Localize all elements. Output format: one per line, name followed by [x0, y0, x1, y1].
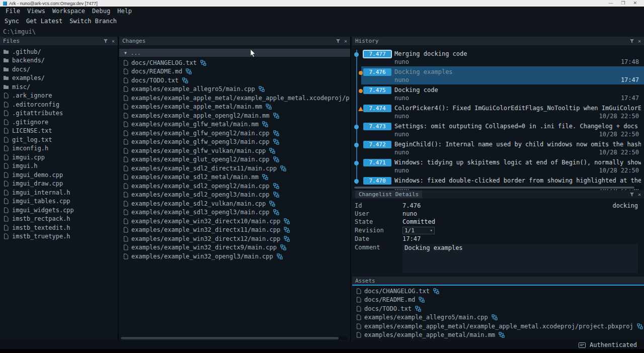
- asset-row[interactable]: examples/example_apple_metal/main.mm: [352, 331, 644, 340]
- changeset-row[interactable]: 7.472 BeginChild(): Internal name used b…: [352, 139, 644, 157]
- file-tree-item[interactable]: .gitattributes: [0, 109, 118, 118]
- changeset-time: 10/28 22:50: [599, 167, 641, 174]
- scrollbar-thumb[interactable]: [121, 337, 339, 339]
- changed-file-row[interactable]: examples/example_apple_opengl2/main.mm: [119, 111, 350, 120]
- menu-item[interactable]: Views: [24, 8, 49, 15]
- filter-icon[interactable]: [629, 192, 634, 197]
- changed-file-row[interactable]: examples/example_sdl2_opengl2/main.cpp: [119, 182, 350, 191]
- menu-item[interactable]: Help: [114, 8, 135, 15]
- file-tree-item[interactable]: imstb_rectpack.h: [0, 215, 118, 224]
- changed-file-row[interactable]: examples/example_apple_metal/main.mm: [119, 103, 350, 112]
- file-tree-item[interactable]: imgui.cpp: [0, 153, 118, 162]
- changed-file-row[interactable]: examples/example_win32_directx12/main.cp…: [119, 234, 350, 243]
- asset-row[interactable]: examples/example_allegro5/main.cpp: [352, 313, 644, 322]
- document-icon: [3, 128, 9, 134]
- changeset-badge: 7.474: [363, 105, 391, 112]
- folder-icon: [3, 49, 9, 55]
- file-tree-item[interactable]: .github/: [0, 47, 118, 56]
- file-tree-item[interactable]: LICENSE.txt: [0, 127, 118, 136]
- changed-file-row[interactable]: examples/example_allegro5/main.cpp: [119, 85, 350, 94]
- changed-file-row[interactable]: examples/example_glfw_metal/main.mm: [119, 120, 350, 129]
- file-tree-item[interactable]: git_log.txt: [0, 135, 118, 144]
- maximize-button[interactable]: ❐: [621, 0, 625, 7]
- changed-file-row[interactable]: examples/example_apple_metal/example_app…: [119, 94, 350, 103]
- filter-icon[interactable]: [629, 39, 634, 44]
- close-icon[interactable]: ✕: [344, 39, 347, 44]
- changed-file-row[interactable]: docs/README.md: [119, 67, 350, 76]
- changes-root-row[interactable]: ▼ ...: [119, 49, 350, 57]
- document-icon: [3, 145, 9, 151]
- changed-file-row[interactable]: examples/example_win32_directx10/main.cp…: [119, 217, 350, 226]
- close-icon[interactable]: ✕: [112, 39, 115, 44]
- file-tree-item[interactable]: .ark_ignore: [0, 92, 118, 101]
- menu-item[interactable]: Workspace: [49, 8, 89, 15]
- changeset-badge: 7.471: [363, 159, 391, 166]
- document-icon: [3, 163, 9, 169]
- changed-file-row[interactable]: examples/example_win32_opengl3/main.cpp: [119, 252, 350, 261]
- document-icon: [123, 77, 129, 83]
- asset-row[interactable]: docs/TODO.txt: [352, 304, 644, 313]
- file-tree-item[interactable]: examples/: [0, 74, 118, 83]
- folder-icon: [3, 57, 9, 63]
- changeset-row[interactable]: 7.474 ColorPicker4(): Fixed ImGuiColorEd…: [352, 103, 644, 121]
- changed-file-row[interactable]: examples/example_glut_opengl2/main.cpp: [119, 155, 350, 164]
- changed-file-row[interactable]: examples/example_glfw_vulkan/main.cpp: [119, 146, 350, 155]
- asset-row[interactable]: examples/example_apple_metal/example_app…: [352, 322, 644, 331]
- changed-file-row[interactable]: examples/example_win32_directx11/main.cp…: [119, 226, 350, 235]
- changeset-author: nuno: [394, 131, 599, 138]
- file-tree-item[interactable]: docs/: [0, 65, 118, 74]
- filter-icon[interactable]: [336, 39, 341, 44]
- changeset-row[interactable]: 7.473 Settings: omit outputing Collapsed…: [352, 121, 644, 139]
- close-icon[interactable]: ✕: [638, 39, 641, 44]
- file-tree-item[interactable]: .gitignore: [0, 118, 118, 127]
- asset-row[interactable]: docs/CHANGELOG.txt: [352, 287, 644, 296]
- toolbar-button[interactable]: Switch Branch: [66, 18, 120, 25]
- file-tree-item[interactable]: imstb_textedit.h: [0, 223, 118, 232]
- changed-file-row[interactable]: docs/CHANGELOG.txt: [119, 58, 350, 67]
- menu-item[interactable]: File: [2, 8, 24, 15]
- changeset-row[interactable]: 7.476 Docking examples nuno 17:47: [352, 66, 644, 84]
- horizontal-scrollbar[interactable]: [354, 186, 642, 189]
- changed-file-row[interactable]: examples/example_sdl2_vulkan/main.cpp: [119, 199, 350, 208]
- file-tree-item[interactable]: .editorconfig: [0, 100, 118, 109]
- revision-dropdown[interactable]: 1/1 ▾: [403, 227, 435, 234]
- changed-file-name: examples/example_glut_opengl2/main.cpp: [131, 156, 270, 163]
- document-icon: [123, 218, 129, 224]
- document-icon: [123, 95, 129, 101]
- close-icon[interactable]: ✕: [638, 192, 641, 197]
- filter-icon[interactable]: [103, 39, 108, 44]
- document-icon: [123, 148, 129, 154]
- toolbar-button[interactable]: Get Latest: [23, 18, 66, 25]
- file-tree-item[interactable]: imconfig.h: [0, 144, 118, 153]
- file-tree-item[interactable]: misc/: [0, 82, 118, 92]
- file-tree-item[interactable]: imgui_widgets.cpp: [0, 206, 118, 215]
- horizontal-scrollbar[interactable]: [120, 336, 347, 340]
- scrollbar-thumb[interactable]: [354, 187, 634, 189]
- file-tree-item[interactable]: imstb_truetype.h: [0, 232, 118, 241]
- changeset-row[interactable]: 7.475 Docking code nuno 17:47: [352, 84, 644, 103]
- changeset-row[interactable]: 7.477 Merging docking code nuno 17:48: [352, 48, 644, 66]
- file-tree-item[interactable]: backends/: [0, 56, 118, 65]
- changed-file-row[interactable]: examples/example_sdl2_metal/main.mm: [119, 173, 350, 182]
- file-tree-item[interactable]: imgui_tables.cpp: [0, 197, 118, 206]
- changed-file-row[interactable]: examples/example_glfw_opengl3/main.cpp: [119, 138, 350, 147]
- file-tree-item[interactable]: imgui_demo.cpp: [0, 170, 118, 180]
- file-tree-item[interactable]: imgui.h: [0, 162, 118, 171]
- file-tree-item[interactable]: imgui_draw.cpp: [0, 180, 118, 189]
- menu-item[interactable]: Debug: [89, 8, 114, 15]
- changed-file-row[interactable]: examples/example_sdl2_opengl3/main.cpp: [119, 191, 350, 200]
- changed-file-row[interactable]: examples/example_sdl2_directx11/main.cpp: [119, 164, 350, 173]
- asset-row[interactable]: docs/README.md: [352, 296, 644, 305]
- state-label: State: [355, 218, 403, 225]
- changed-file-row[interactable]: examples/example_sdl3_opengl3/main.cpp: [119, 208, 350, 217]
- file-tree-item[interactable]: imgui_internal.h: [0, 188, 118, 197]
- minimize-button[interactable]: —: [608, 0, 613, 7]
- collapse-triangle-icon[interactable]: ▼: [124, 51, 127, 55]
- changed-file-row[interactable]: examples/example_glfw_opengl2/main.cpp: [119, 129, 350, 138]
- changed-file-row[interactable]: examples/example_win32_directx9/main.cpp: [119, 243, 350, 252]
- toolbar-button[interactable]: Sync: [1, 18, 23, 25]
- close-button[interactable]: ✕: [633, 0, 637, 7]
- changeset-row[interactable]: 7.471 Windows: tidying up skipitems logi…: [352, 157, 644, 175]
- changed-file-row[interactable]: docs/TODO.txt: [119, 76, 350, 85]
- history-panel: History ✕: [352, 37, 644, 190]
